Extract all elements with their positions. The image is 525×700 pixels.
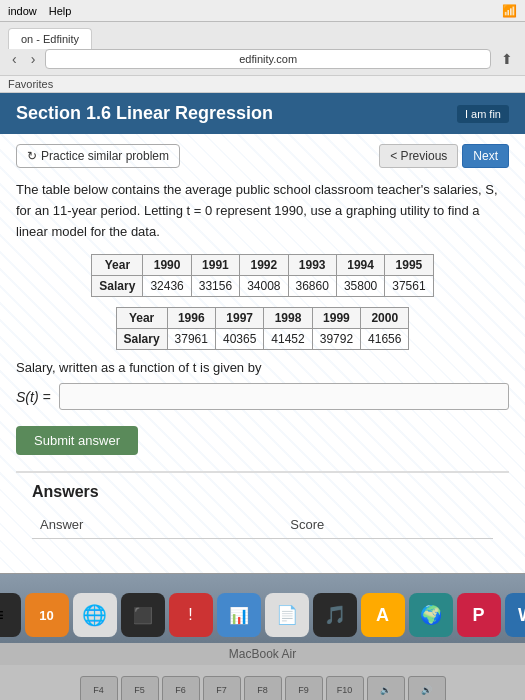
answers-section: Answers Answer Score <box>16 471 509 549</box>
chart-icon: 📊 <box>229 606 249 625</box>
terminal-icon: ⬛ <box>133 606 153 625</box>
key-f5[interactable]: F5 <box>121 676 159 700</box>
function-text: Salary, written as a function of t is gi… <box>16 360 509 375</box>
key-f4[interactable]: F4 <box>80 676 118 700</box>
salary-1990: 32436 <box>143 276 191 297</box>
finder-icon: ≡ <box>0 605 4 626</box>
A-icon: A <box>376 605 389 626</box>
col-1998: 1998 <box>264 308 312 329</box>
col-1997: 1997 <box>215 308 263 329</box>
browser-toolbar: ‹ › edfinity.com ⬆ <box>8 49 517 69</box>
col-2000: 2000 <box>361 308 409 329</box>
data-table-2-container: Year 1996 1997 1998 1999 2000 Salary 379… <box>16 307 509 350</box>
key-f7-label: F7 <box>216 685 227 695</box>
forward-button[interactable]: › <box>27 49 40 69</box>
macbook-label-area: MacBook Air <box>0 643 525 665</box>
next-button[interactable]: Next <box>462 144 509 168</box>
vol-down-icon: 🔉 <box>380 685 391 695</box>
col-1995: 1995 <box>385 255 433 276</box>
keyboard-area: F4 F5 F6 F7 F8 F9 F10 🔉 🔊 <box>0 665 525 700</box>
practice-btn-label: Practice similar problem <box>41 149 169 163</box>
salary-2000: 41656 <box>361 329 409 350</box>
key-vol-down[interactable]: 🔉 <box>367 676 405 700</box>
dock-icon-A[interactable]: A <box>361 593 405 637</box>
salary-label-2: Salary <box>116 329 167 350</box>
previous-button[interactable]: < Previous <box>379 144 458 168</box>
back-button[interactable]: ‹ <box>8 49 21 69</box>
dock-icon-chart[interactable]: 📊 <box>217 593 261 637</box>
menu-item-help[interactable]: Help <box>49 5 72 17</box>
key-f9-label: F9 <box>298 685 309 695</box>
key-f8-label: F8 <box>257 685 268 695</box>
practice-similar-button[interactable]: ↻ Practice similar problem <box>16 144 180 168</box>
key-f10[interactable]: F10 <box>326 676 364 700</box>
problem-text: The table below contains the average pub… <box>16 180 509 242</box>
salary-1995: 37561 <box>385 276 433 297</box>
col-year-label: Year <box>92 255 143 276</box>
col-year-label-2: Year <box>116 308 167 329</box>
data-table-1-container: Year 1990 1991 1992 1993 1994 1995 Salar… <box>16 254 509 297</box>
P-icon: P <box>472 605 484 626</box>
data-table-2: Year 1996 1997 1998 1999 2000 Salary 379… <box>116 307 410 350</box>
key-f9[interactable]: F9 <box>285 676 323 700</box>
salary-1997: 40365 <box>215 329 263 350</box>
vol-up-icon: 🔊 <box>421 685 432 695</box>
salary-1993: 36860 <box>288 276 336 297</box>
launchpad-icon: 🌐 <box>82 603 107 627</box>
share-button[interactable]: ⬆ <box>497 49 517 69</box>
col-header-answer: Answer <box>32 511 282 539</box>
submit-answer-button[interactable]: Submit answer <box>16 426 138 455</box>
salary-label-1: Salary <box>92 276 143 297</box>
salary-1999: 39792 <box>312 329 360 350</box>
section-title: Section 1.6 Linear Regression <box>16 103 273 124</box>
answers-title: Answers <box>32 483 493 501</box>
content-overlay: Section 1.6 Linear Regression I am fin ↻… <box>0 93 525 559</box>
key-f4-label: F4 <box>93 685 104 695</box>
key-f8[interactable]: F8 <box>244 676 282 700</box>
globe-icon: 🌍 <box>420 604 442 626</box>
dock-area: ≡ 10 🌐 ⬛ ! 📊 📄 🎵 A 🌍 P W <box>0 573 525 643</box>
table-row-header-2: Year 1996 1997 1998 1999 2000 <box>116 308 409 329</box>
iam-fin-badge: I am fin <box>457 105 509 123</box>
st-input[interactable] <box>59 383 509 410</box>
dock-icon-doc[interactable]: 📄 <box>265 593 309 637</box>
col-1994: 1994 <box>336 255 384 276</box>
dock-icon-finder[interactable]: ≡ <box>0 593 21 637</box>
dock-icon-W[interactable]: W <box>505 593 526 637</box>
wifi-icon: 📶 <box>502 4 517 18</box>
dock-icon-music[interactable]: 🎵 <box>313 593 357 637</box>
dock-icon-terminal[interactable]: ⬛ <box>121 593 165 637</box>
browser-tab-active[interactable]: on - Edfinity <box>8 28 92 49</box>
page-content: Section 1.6 Linear Regression I am fin ↻… <box>0 93 525 573</box>
salary-1994: 35800 <box>336 276 384 297</box>
favorites-label: Favorites <box>8 78 53 90</box>
col-1993: 1993 <box>288 255 336 276</box>
salary-1991: 33156 <box>191 276 239 297</box>
key-f10-label: F10 <box>337 685 353 695</box>
key-vol-up[interactable]: 🔊 <box>408 676 446 700</box>
answers-table-header: Answer Score <box>32 511 493 539</box>
table-row-salary-2: Salary 37961 40365 41452 39792 41656 <box>116 329 409 350</box>
dock-icon-P[interactable]: P <box>457 593 501 637</box>
salary-1996: 37961 <box>167 329 215 350</box>
answers-table: Answer Score <box>32 511 493 539</box>
input-row: S(t) = <box>16 383 509 410</box>
table-row-salary-1: Salary 32436 33156 34008 36860 35800 375… <box>92 276 433 297</box>
macbook-label: MacBook Air <box>229 647 296 661</box>
salary-1998: 41452 <box>264 329 312 350</box>
favorites-bar: Favorites <box>0 76 525 93</box>
address-bar[interactable]: edfinity.com <box>45 49 491 69</box>
dock-icon-globe[interactable]: 🌍 <box>409 593 453 637</box>
col-1992: 1992 <box>240 255 288 276</box>
key-f6[interactable]: F6 <box>162 676 200 700</box>
dock-icon-10[interactable]: 10 <box>25 593 69 637</box>
key-f7[interactable]: F7 <box>203 676 241 700</box>
music-icon: 🎵 <box>324 604 346 626</box>
dock-icon-launchpad[interactable]: 🌐 <box>73 593 117 637</box>
menu-item-window[interactable]: indow <box>8 5 37 17</box>
excl-icon: ! <box>188 606 192 624</box>
col-1999: 1999 <box>312 308 360 329</box>
browser-tabs: on - Edfinity <box>8 28 517 49</box>
col-1991: 1991 <box>191 255 239 276</box>
dock-icon-excl[interactable]: ! <box>169 593 213 637</box>
